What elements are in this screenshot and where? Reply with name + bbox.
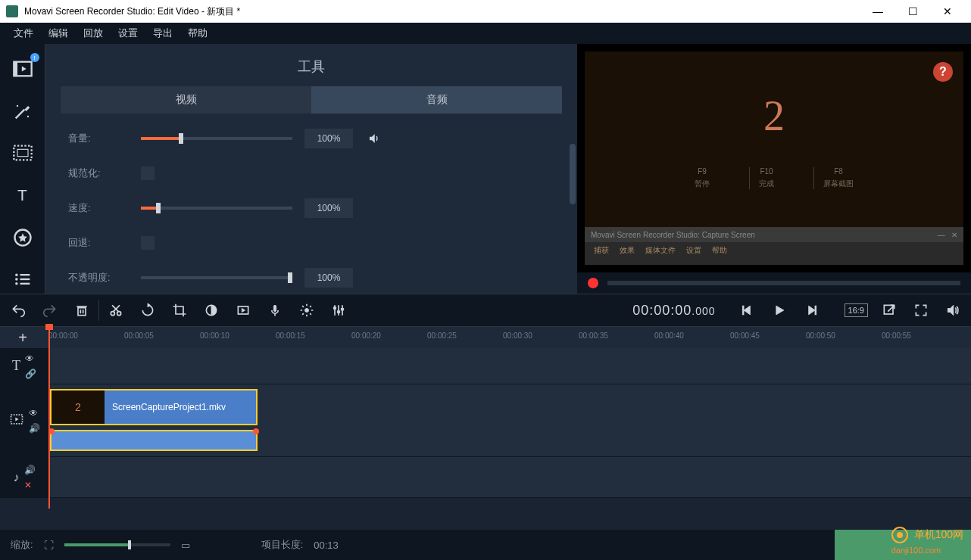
transitions-button[interactable] [8, 138, 38, 167]
timeline-ruler[interactable]: + 00:00:0000:00:0500:00:1000:00:1500:00:… [0, 327, 971, 348]
visibility-icon[interactable]: 👁 [29, 408, 40, 418]
svg-rect-29 [273, 305, 276, 311]
ruler-tick: 00:00:30 [503, 331, 532, 340]
opacity-slider[interactable] [141, 276, 292, 279]
volume-slider[interactable] [141, 137, 292, 140]
ruler-tick: 00:00:15 [276, 331, 305, 340]
audio-track-body[interactable] [48, 457, 971, 497]
equalizer-button[interactable] [328, 300, 349, 321]
next-frame-button[interactable] [801, 300, 822, 321]
add-track-button[interactable]: + [0, 327, 45, 348]
project-duration-label: 项目长度: [261, 538, 304, 552]
undo-button[interactable] [8, 300, 29, 321]
clip-thumbnail: 2 [52, 390, 105, 424]
scrub-track[interactable] [607, 281, 960, 285]
stickers-button[interactable] [8, 223, 38, 252]
svg-text:T: T [17, 186, 27, 204]
clip-properties-button[interactable] [296, 300, 317, 321]
tab-audio[interactable]: 音频 [311, 86, 562, 114]
ruler-tick: 00:00:25 [427, 331, 457, 340]
capture-window-title: Movavi Screen Recorder Studio: Capture S… [591, 231, 755, 239]
minimize-button[interactable]: — [860, 0, 895, 23]
audio-clip[interactable] [50, 430, 258, 451]
visibility-icon[interactable]: 👁 [25, 353, 36, 364]
speed-slider[interactable] [141, 207, 292, 210]
svg-line-24 [112, 305, 118, 311]
app-icon [6, 5, 18, 17]
link-icon[interactable]: 🔗 [25, 369, 36, 379]
zoom-clip-icon[interactable]: ▭ [181, 540, 190, 551]
speed-value[interactable]: 100% [304, 198, 353, 218]
normalize-checkbox[interactable] [141, 166, 155, 180]
svg-point-30 [305, 309, 309, 313]
color-adjust-button[interactable] [201, 300, 222, 321]
svg-point-15 [15, 282, 18, 285]
unlink-icon[interactable]: ✕ [24, 480, 36, 490]
audio-icon[interactable]: 🔊 [29, 423, 40, 434]
volume-value[interactable]: 100% [304, 129, 353, 148]
svg-rect-1 [14, 61, 17, 76]
mute-icon[interactable] [365, 129, 383, 148]
watermark-logo-icon [891, 527, 908, 543]
media-bin-button[interactable]: ! [8, 54, 38, 83]
audio-icon[interactable]: 🔊 [24, 465, 36, 475]
tools-scrollbar[interactable] [570, 144, 576, 204]
svg-rect-6 [14, 146, 31, 160]
redo-button[interactable] [39, 300, 61, 321]
notification-badge: ! [30, 53, 39, 62]
reverse-label: 回退: [68, 236, 129, 250]
capture-window-controls: — ✕ [938, 231, 957, 239]
rotate-button[interactable] [137, 300, 158, 321]
svg-point-5 [27, 115, 28, 117]
svg-marker-10 [18, 233, 27, 242]
video-track-icon [9, 412, 24, 430]
filters-button[interactable] [8, 97, 38, 126]
ruler-tick: 00:00:55 [882, 331, 911, 340]
status-bar: 缩放: ⛶ ▭ 项目长度: 00:13 [0, 530, 971, 560]
svg-marker-40 [808, 306, 814, 315]
video-clip[interactable]: 2 ScreenCaptureProject1.mkv [50, 389, 258, 425]
record-voice-button[interactable] [264, 300, 286, 321]
menu-file[interactable]: 文件 [6, 23, 41, 43]
svg-point-4 [16, 104, 17, 106]
more-tools-button[interactable] [8, 265, 38, 294]
tab-video[interactable]: 视频 [61, 86, 311, 114]
fullscreen-button[interactable] [910, 300, 932, 321]
menu-playback[interactable]: 回放 [76, 23, 111, 43]
prev-frame-button[interactable] [737, 300, 758, 321]
close-button[interactable]: ✕ [930, 0, 965, 23]
video-track-body[interactable]: 2 ScreenCaptureProject1.mkv [48, 384, 971, 456]
preview-volume-button[interactable] [942, 300, 963, 321]
titles-button[interactable]: T [8, 181, 38, 210]
window-title: Movavi Screen Recorder Studio: Edit Vide… [24, 5, 860, 18]
title-track-body[interactable] [48, 348, 971, 384]
delete-button[interactable] [71, 300, 92, 321]
opacity-value[interactable]: 100% [304, 268, 353, 288]
menu-help[interactable]: 帮助 [180, 23, 215, 43]
help-button[interactable]: ? [933, 62, 953, 82]
aspect-ratio-box[interactable]: 16:9 [845, 303, 868, 317]
menu-settings[interactable]: 设置 [111, 23, 145, 43]
detach-preview-button[interactable] [879, 300, 900, 321]
project-duration-value: 00:13 [314, 540, 339, 551]
preview-video[interactable]: 2 F9暂停 F10完成 F8屏幕截图 ? Movavi Screen Reco… [577, 44, 971, 272]
menu-edit[interactable]: 编辑 [41, 23, 76, 43]
svg-marker-25 [148, 303, 150, 307]
ruler-tick: 00:00:40 [654, 331, 684, 340]
playhead[interactable] [48, 327, 50, 509]
zoom-slider[interactable] [64, 543, 170, 546]
ruler-tick: 00:00:10 [200, 331, 229, 340]
clip-handle-end[interactable] [253, 428, 259, 434]
menu-export[interactable]: 导出 [145, 23, 180, 43]
svg-marker-37 [744, 306, 750, 315]
play-button[interactable] [769, 300, 790, 321]
zoom-fit-icon[interactable]: ⛶ [44, 540, 54, 551]
normalize-label: 规范化: [68, 166, 129, 180]
svg-point-13 [15, 278, 18, 281]
cut-button[interactable] [105, 300, 126, 321]
crop-button[interactable] [169, 300, 190, 321]
window-titlebar: Movavi Screen Recorder Studio: Edit Vide… [0, 0, 971, 23]
transition-wizard-button[interactable] [233, 300, 254, 321]
maximize-button[interactable]: ☐ [895, 0, 930, 23]
reverse-checkbox[interactable] [141, 236, 155, 250]
